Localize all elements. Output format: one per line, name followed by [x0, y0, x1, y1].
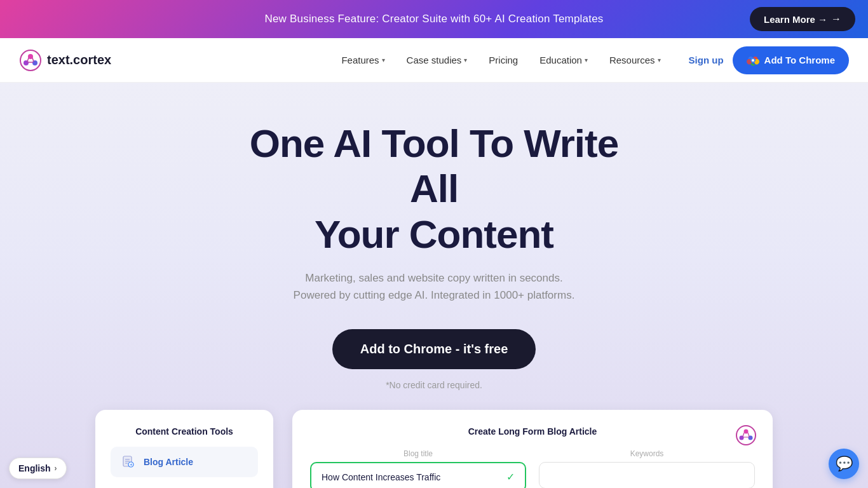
learn-more-button[interactable]: Learn More →: [750, 7, 855, 31]
top-banner: New Business Feature: Creator Suite with…: [0, 0, 868, 38]
nav-features[interactable]: Features ▾: [332, 50, 393, 71]
blog-article-label: Blog Article: [144, 457, 193, 467]
logo[interactable]: text.cortex: [19, 49, 111, 72]
blog-title-label: Blog title: [310, 449, 526, 458]
svg-point-0: [20, 50, 41, 71]
language-label: English: [18, 463, 51, 473]
svg-point-6: [752, 59, 754, 62]
logo-text: text.cortex: [47, 53, 111, 67]
card2-icon: [735, 424, 757, 447]
chevron-down-icon: ▾: [585, 57, 588, 64]
blog-article-item[interactable]: + Blog Article: [111, 447, 258, 477]
keywords-input[interactable]: [539, 462, 755, 488]
nav-links: Features ▾ Case studies ▾ Pricing Educat…: [332, 50, 669, 71]
hero-section: One AI Tool To Write All Your Content Ma…: [0, 83, 868, 488]
nav-education[interactable]: Education ▾: [531, 50, 597, 71]
language-selector[interactable]: English ›: [9, 458, 67, 479]
banner-text: New Business Feature: Creator Suite with…: [264, 13, 603, 25]
cards-section: Content Creation Tools + Blog Article C: [19, 410, 849, 488]
svg-point-13: [736, 426, 756, 445]
chat-widget[interactable]: 💬: [829, 449, 859, 479]
nav-pricing[interactable]: Pricing: [480, 50, 527, 71]
chevron-down-icon: ▾: [464, 57, 467, 64]
chevron-right-icon: ›: [55, 464, 57, 473]
hero-cta-button[interactable]: Add to Chrome - it's free: [332, 329, 536, 369]
blog-title-input[interactable]: How Content Increases Traffic ✓: [310, 462, 526, 488]
logo-icon: [19, 49, 42, 72]
svg-point-14: [744, 430, 749, 434]
chat-icon: 💬: [836, 456, 853, 472]
card1-title: Content Creation Tools: [111, 426, 258, 437]
nav-resources[interactable]: Resources ▾: [600, 50, 670, 71]
svg-text:+: +: [130, 463, 132, 467]
chrome-icon: [747, 54, 759, 67]
blog-article-icon: +: [119, 453, 137, 471]
blog-title-group: Blog title How Content Increases Traffic…: [310, 449, 526, 488]
hero-title: One AI Tool To Write All Your Content: [243, 121, 625, 257]
keywords-label: Keywords: [539, 449, 755, 458]
nav-actions: Sign up Add To Chrome: [689, 46, 849, 74]
no-credit-card-text: *No credit card required.: [386, 380, 482, 390]
card2-title: Create Long Form Blog Article: [310, 426, 755, 437]
keywords-group: Keywords: [539, 449, 755, 488]
nav-case-studies[interactable]: Case studies ▾: [398, 50, 477, 71]
navbar: text.cortex Features ▾ Case studies ▾ Pr…: [0, 38, 868, 83]
add-to-chrome-nav-label: Add To Chrome: [764, 55, 835, 65]
hero-subtitle: Marketing, sales and website copy writte…: [19, 269, 849, 304]
check-icon: ✓: [506, 471, 515, 483]
content-creation-tools-card: Content Creation Tools + Blog Article: [95, 410, 273, 488]
long-form-blog-card: Create Long Form Blog Article Blog title…: [292, 410, 773, 488]
chevron-down-icon: ▾: [382, 57, 385, 64]
add-to-chrome-nav-button[interactable]: Add To Chrome: [733, 46, 849, 74]
sign-up-link[interactable]: Sign up: [689, 55, 724, 65]
blog-form-row: Blog title How Content Increases Traffic…: [310, 449, 755, 488]
chevron-down-icon: ▾: [658, 57, 661, 64]
